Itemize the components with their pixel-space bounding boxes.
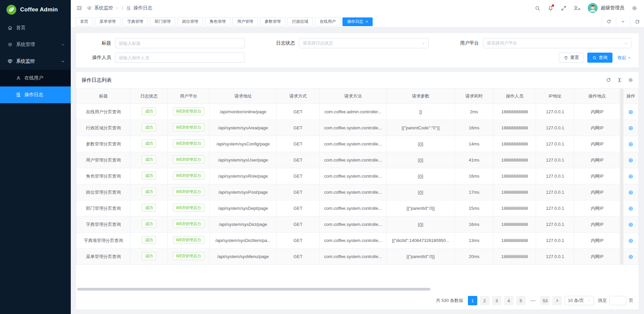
leaf-logo-icon (6, 4, 17, 15)
open-tabs: 首页菜单管理字典管理部门管理岗位管理角色管理用户管理参数管理行政区域在线用户操作… (75, 17, 602, 26)
tab-操作日志[interactable]: 操作日志× (342, 17, 373, 26)
cell-method: GET (276, 249, 319, 265)
tab-部门管理[interactable]: 部门管理 (150, 17, 175, 26)
table-row: 菜单管理分页查询成功WEB管理后台/api/system/sysMenu/pag… (76, 249, 639, 265)
cell-title: 字典项管理分页查询 (76, 233, 130, 249)
tab-bar: 首页菜单管理字典管理部门管理岗位管理角色管理用户管理参数管理行政区域在线用户操作… (71, 16, 644, 27)
filter-operator-label: 操作人员 (82, 55, 111, 61)
tab-岗位管理[interactable]: 岗位管理 (177, 17, 203, 26)
search-icon[interactable] (535, 5, 540, 11)
cell-platform: WEB管理后台 (168, 168, 210, 184)
status-tag: 成功 (142, 107, 156, 115)
cell-location: 内网IP (574, 249, 620, 265)
view-detail-eye-icon[interactable] (628, 206, 633, 211)
sidebar-item-system-monitor[interactable]: 系统监控 (0, 53, 71, 70)
platform-tag: WEB管理后台 (173, 172, 204, 180)
menu-fold-icon[interactable] (76, 5, 82, 11)
cell-duration: 41ms (455, 152, 493, 168)
view-detail-eye-icon[interactable] (628, 238, 633, 243)
sidebar-item-online-users[interactable]: 在线用户 (0, 70, 71, 86)
cell-url: /api/system/sysDept/page (210, 200, 277, 216)
cell-platform: WEB管理后台 (168, 104, 210, 120)
table-row: 岗位管理分页查询成功WEB管理后台/api/system/sysPost/pag… (76, 184, 639, 200)
filter-operator: 操作人员 (82, 53, 265, 63)
cell-status: 成功 (130, 152, 168, 168)
horizontal-scrollbar[interactable] (77, 288, 638, 291)
tab-close-icon[interactable]: × (366, 20, 368, 24)
page-button-4[interactable]: 4 (504, 296, 514, 305)
fullscreen-icon[interactable] (561, 5, 567, 11)
cell-actions (623, 152, 639, 168)
platform-select[interactable]: 请选择用户平台 (483, 38, 631, 48)
view-detail-eye-icon[interactable] (628, 142, 633, 147)
status-tag: 成功 (142, 172, 156, 180)
user-menu[interactable]: 超级管理员 (588, 3, 624, 13)
scrollbar-thumb[interactable] (77, 288, 430, 291)
cell-actions (623, 120, 639, 136)
refresh-icon[interactable] (602, 16, 616, 27)
cell-title: 在线用户分页查询 (76, 104, 130, 120)
tab-行政区域[interactable]: 行政区域 (287, 17, 313, 26)
row-height-icon[interactable] (617, 77, 622, 83)
search-button[interactable]: 查询 (587, 53, 612, 63)
next-page-button[interactable] (552, 296, 562, 305)
tab-参数管理[interactable]: 参数管理 (260, 17, 285, 26)
tab-字典管理[interactable]: 字典管理 (122, 17, 148, 26)
sidebar-item-home[interactable]: 首页 (0, 19, 71, 36)
sidebar-item-system-management[interactable]: 系统管理 (0, 36, 71, 53)
title-input[interactable] (115, 38, 245, 48)
page-button-2[interactable]: 2 (480, 296, 489, 305)
dashboard-icon (87, 6, 92, 11)
page-button-3[interactable]: 3 (492, 296, 501, 305)
breadcrumb-item[interactable]: 系统监控 (94, 5, 113, 11)
sidebar-item-operation-log[interactable]: 操作日志 (0, 86, 71, 103)
page-size-select[interactable]: 10 条/页 (565, 296, 594, 305)
view-detail-eye-icon[interactable] (628, 110, 633, 115)
tab-角色管理[interactable]: 角色管理 (205, 17, 230, 26)
refresh-icon[interactable] (606, 77, 611, 83)
maximize-icon[interactable] (630, 16, 644, 27)
view-detail-eye-icon[interactable] (628, 254, 633, 259)
view-detail-eye-icon[interactable] (628, 222, 633, 227)
tab-菜单管理[interactable]: 菜单管理 (95, 17, 120, 26)
cell-duration: 20ms (455, 249, 493, 265)
page-suffix: 页 (629, 298, 633, 304)
sidebar-item-label: 系统管理 (16, 42, 35, 48)
cell-status: 成功 (130, 249, 168, 265)
view-detail-eye-icon[interactable] (628, 174, 633, 179)
jump-page-input[interactable] (609, 296, 626, 305)
cell-actions (623, 168, 639, 184)
cell-platform: WEB管理后台 (168, 233, 210, 249)
page-button-5[interactable]: 5 (516, 296, 526, 305)
view-detail-eye-icon[interactable] (628, 158, 633, 163)
cell-operator: 18888888888 (493, 104, 536, 120)
cell-params: [] (386, 104, 455, 120)
tab-在线用户[interactable]: 在线用户 (315, 17, 340, 26)
chevron-down-icon[interactable] (616, 16, 630, 27)
cell-handler: com.coffee.system.controlle... (320, 136, 387, 152)
collapse-filter-link[interactable]: 收起 (618, 55, 631, 61)
reset-button[interactable]: 重置 (559, 53, 584, 63)
settings-gear-icon[interactable] (632, 5, 637, 11)
operator-input[interactable] (115, 53, 245, 63)
page-button-1[interactable]: 1 (468, 296, 477, 305)
filter-platform: 用户平台 请选择用户平台 (449, 38, 633, 48)
status-tag: 成功 (142, 220, 156, 228)
cell-ip: 127.0.0.1 (536, 120, 574, 136)
cell-platform: WEB管理后台 (168, 216, 210, 233)
view-detail-eye-icon[interactable] (628, 126, 633, 131)
scrollbar-gutter (620, 104, 623, 120)
jump-label: 跳至 (598, 298, 607, 304)
notification-bell-icon[interactable] (548, 5, 553, 11)
view-detail-eye-icon[interactable] (628, 190, 633, 195)
tab-首页[interactable]: 首页 (75, 17, 93, 26)
status-select[interactable]: 请选择日志状态 (299, 38, 428, 48)
language-switch-icon[interactable]: 文A (574, 6, 581, 11)
column-settings-gear-icon[interactable] (628, 77, 633, 83)
page-button-53[interactable]: 53 (540, 296, 550, 305)
table-card-header: 操作日志列表 (76, 72, 639, 88)
scrollbar-gutter (620, 200, 623, 216)
tab-用户管理[interactable]: 用户管理 (232, 17, 258, 26)
sidebar-menu: 首页 系统管理 系统监控 在线用户 操作日志 (0, 19, 71, 103)
cell-operator: 18888888888 (493, 184, 536, 200)
